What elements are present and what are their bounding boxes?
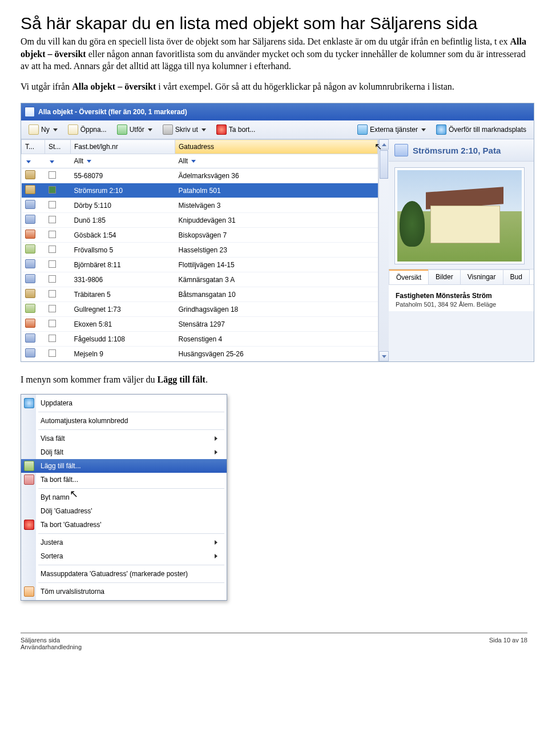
table-row[interactable]: Dunö 1:85Knipuddevägen 31: [22, 213, 378, 228]
table-row[interactable]: Frövallsmo 5Hasselstigen 23: [22, 243, 378, 258]
status-checkbox[interactable]: [49, 201, 56, 208]
status-checkbox[interactable]: [49, 216, 56, 223]
detail-subtext: Pataholm 501, 384 92 Ålem. Beläge: [396, 301, 527, 308]
status-checkbox[interactable]: [49, 186, 56, 194]
refresh-icon: [24, 398, 34, 408]
menu-auto-width[interactable]: Automatjustera kolumnbredd: [21, 414, 227, 428]
col-header-id[interactable]: Fast.bet/lgh.nr: [71, 140, 175, 154]
new-button[interactable]: Ny: [25, 123, 62, 136]
table-row[interactable]: Strömsrum 2:10Pataholm 501: [22, 183, 378, 198]
table-row[interactable]: Björnbäret 8:11Flottiljvägen 14-15: [22, 258, 378, 272]
context-menu: Uppdatera Automatjustera kolumnbredd Vis…: [21, 394, 227, 601]
cell-type: [22, 258, 45, 272]
execute-icon: [117, 124, 127, 135]
open-icon: [68, 124, 78, 135]
detail-content: Fastigheten Mönsterås Ström Pataholm 501…: [389, 284, 534, 311]
filter-address[interactable]: Allt: [175, 154, 378, 168]
menu-separator: [38, 533, 224, 534]
menu-clear-filters[interactable]: Töm urvalslistrutorna: [21, 585, 227, 598]
chevron-down-icon: [148, 128, 152, 131]
table-row[interactable]: Ekoxen 5:81Stensätra 1297: [22, 317, 378, 332]
table-row[interactable]: Fågelsudd 1:108Rosenstigen 4: [22, 332, 378, 347]
type-icon: [25, 215, 35, 224]
chevron-down-icon: [202, 128, 206, 131]
scroll-track[interactable]: [379, 179, 389, 351]
print-button[interactable]: Skriv ut: [159, 123, 210, 136]
cell-address: Båtsmansgatan 10: [175, 287, 378, 302]
text: .: [206, 375, 208, 384]
type-icon: [25, 200, 35, 209]
tab-bids[interactable]: Bud: [503, 270, 530, 284]
window-title: Alla objekt - Översikt (fler än 200, 1 m…: [38, 108, 187, 116]
vertical-scrollbar[interactable]: [378, 139, 389, 361]
delete-button[interactable]: Ta bort...: [212, 123, 260, 136]
text-bold: Alla objekt – översikt: [72, 82, 156, 91]
menu-add-field[interactable]: Lägg till fält...: [21, 459, 227, 473]
col-header-type[interactable]: T...: [22, 140, 45, 154]
status-checkbox[interactable]: [49, 171, 56, 179]
tab-images[interactable]: Bilder: [428, 270, 461, 284]
execute-button[interactable]: Utför: [113, 123, 156, 136]
table-row[interactable]: Dörby 5:110Mistelvägen 3: [22, 198, 378, 213]
status-checkbox[interactable]: [49, 275, 56, 283]
cell-address: Mistelvägen 3: [175, 198, 378, 213]
intro-paragraph-2: Vi utgår ifrån Alla objekt – översikt i …: [21, 81, 527, 93]
menu-hide-fields[interactable]: Dölj fält: [21, 445, 227, 459]
table-row[interactable]: 55-68079Ädelmarksvägen 36: [22, 168, 378, 183]
label: Gatuadress: [179, 143, 214, 151]
status-checkbox[interactable]: [49, 320, 56, 327]
cell-type: [22, 243, 45, 258]
cell-address: Ädelmarksvägen 36: [175, 168, 378, 183]
transfer-button[interactable]: Överför till marknadsplats: [432, 123, 530, 136]
app-screenshot-all-objects: Alla objekt - Översikt (fler än 200, 1 m…: [21, 103, 534, 362]
table-row[interactable]: Gösbäck 1:54Biskopsvägen 7: [22, 228, 378, 243]
external-icon: [357, 124, 368, 135]
cell-id: 55-68079: [71, 168, 175, 183]
label: Töm urvalslistrutorna: [41, 588, 104, 596]
cell-id: Strömsrum 2:10: [71, 183, 175, 198]
label: Skriv ut: [175, 126, 198, 134]
menu-adjust[interactable]: Justera: [21, 536, 227, 549]
filter-status[interactable]: [45, 154, 71, 168]
cell-status: [45, 198, 71, 213]
status-checkbox[interactable]: [49, 231, 56, 238]
status-checkbox[interactable]: [49, 349, 56, 357]
text-bold: Lägg till fält: [158, 375, 206, 384]
globe-icon: [436, 124, 446, 135]
menu-mass-update[interactable]: Massuppdatera 'Gatuadress' (markerade po…: [21, 567, 227, 581]
scroll-down-button[interactable]: [379, 351, 389, 361]
table-row[interactable]: Gullregnet 1:73Grindhagsvägen 18: [22, 302, 378, 317]
menu-rename[interactable]: Byt namn: [21, 490, 227, 504]
cell-address: Hasselstigen 23: [175, 243, 378, 258]
cell-status: [45, 317, 71, 332]
menu-delete-address[interactable]: Ta bort 'Gatuadress': [21, 518, 227, 532]
menu-hide-address[interactable]: Dölj 'Gatuadress': [21, 504, 227, 518]
label: Överför till marknadsplats: [449, 126, 526, 134]
table-row[interactable]: Mejseln 9Husängsvägen 25-26: [22, 347, 378, 361]
cell-type: [22, 347, 45, 361]
menu-sort[interactable]: Sortera: [21, 549, 227, 563]
open-button[interactable]: Öppna...: [64, 123, 111, 136]
filter-id[interactable]: Allt: [71, 154, 175, 168]
tab-overview[interactable]: Översikt: [389, 270, 429, 284]
filter-type[interactable]: [22, 154, 45, 168]
menu-remove-field[interactable]: Ta bort fält...: [21, 473, 227, 486]
type-icon: [25, 289, 35, 298]
table-row[interactable]: Träbitaren 5Båtsmansgatan 10: [22, 287, 378, 302]
col-header-address[interactable]: Gatuadress↖: [175, 140, 378, 154]
status-checkbox[interactable]: [49, 290, 56, 297]
menu-show-fields[interactable]: Visa fält: [21, 432, 227, 445]
external-services-button[interactable]: Externa tjänster: [353, 123, 430, 136]
menu-refresh[interactable]: Uppdatera: [21, 396, 227, 410]
table-row[interactable]: 331-9806Kämnärsgatan 3 A: [22, 272, 378, 287]
status-checkbox[interactable]: [49, 246, 56, 253]
scroll-thumb[interactable]: [380, 150, 388, 179]
tab-showings[interactable]: Visningar: [460, 270, 503, 284]
col-header-status[interactable]: St...: [45, 140, 71, 154]
type-icon: [25, 185, 35, 194]
status-checkbox[interactable]: [49, 260, 56, 268]
status-checkbox[interactable]: [49, 305, 56, 312]
status-checkbox[interactable]: [49, 335, 56, 342]
cell-status: [45, 168, 71, 183]
label: Automatjustera kolumnbredd: [41, 417, 128, 425]
